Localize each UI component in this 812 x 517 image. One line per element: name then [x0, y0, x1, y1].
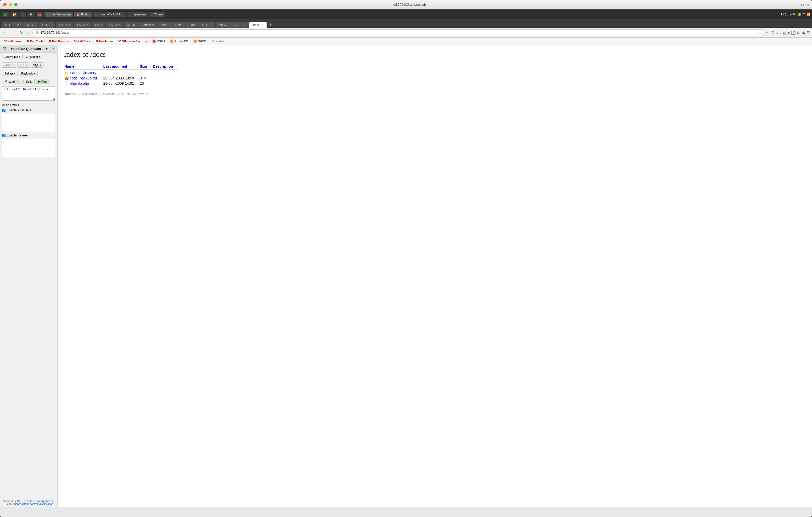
firefox-icon: 🦊 [38, 13, 41, 16]
split-button[interactable]: ⚡ Split [19, 79, 34, 84]
enable-post-label[interactable]: Enable Post Data [7, 109, 31, 112]
tab-ctf6-4[interactable]: CTF 6 - [124, 22, 140, 28]
extension1-icon[interactable]: ⚙ [796, 31, 800, 35]
load-button[interactable]: ⚙ Load [2, 79, 18, 84]
tab-ip4[interactable]: 172.16.7 [106, 22, 123, 28]
col-size[interactable]: Size [139, 64, 152, 70]
bookmark-kali-tools[interactable]: ⚒ Kali Tools [25, 39, 46, 43]
home-button[interactable]: ⌂ [26, 30, 31, 35]
hackbar-url-input[interactable] [2, 86, 55, 101]
col-name[interactable]: Name [64, 64, 103, 70]
code-backup-link[interactable]: code_backup.tgz [70, 76, 97, 80]
bookmark-exsites[interactable]: 📁 exsites [209, 39, 227, 43]
bookmark-msfu[interactable]: 🔴 MSFU [150, 39, 167, 43]
table-row: 📦 code_backup.tgz 29-Jun-2009 18:59 34K [64, 75, 178, 81]
bookmark-kali-forums[interactable]: ⚒ Kali Forums [47, 39, 71, 43]
enable-referer-checkbox[interactable] [2, 134, 5, 137]
post-data-input[interactable] [2, 114, 55, 132]
maximize-button[interactable] [14, 3, 18, 6]
firefox-tabbar: CTF 6 - × CTF 6 - CTF 6 - 172.16.7 172.1… [0, 19, 812, 28]
minimize-button[interactable] [9, 3, 12, 6]
tab-index-label: Index [253, 23, 260, 26]
other-button[interactable]: Other ▾ [2, 62, 16, 68]
taskbar-code-backup[interactable]: ■ code_backup.tgz [45, 12, 73, 17]
bookmark-star-icon[interactable]: ☆ [759, 31, 761, 34]
tab-netc2[interactable]: Netc... [172, 22, 187, 28]
page-title: Index of /docs [64, 50, 806, 59]
shield-icon[interactable]: 🛡 [771, 31, 774, 35]
referer-input[interactable] [2, 139, 55, 157]
reload-button[interactable]: ↻ [18, 30, 24, 36]
taskbar-thunar-task[interactable]: 🗂 [19, 12, 26, 17]
url-bar[interactable]: 🔒 172.16.70.141/docs/ ☆ [32, 29, 764, 36]
tab-ctf6-1-label: CTF 6 - [5, 23, 15, 26]
parent-dir-link[interactable]: Parent Directory [70, 71, 96, 75]
footer-dls-link[interactable]: DLS [17, 500, 22, 503]
payloads-button[interactable]: Payloads ▾ [19, 71, 37, 76]
bookmark-kali-docs[interactable]: ⚒ Kali Docs [72, 39, 93, 43]
xss-button[interactable]: XSS ▾ [17, 62, 30, 68]
hackbar-close-button[interactable]: × [53, 47, 55, 51]
col-modified[interactable]: Last modified [103, 64, 139, 70]
phpinfo-link[interactable]: phpinfo.php [70, 81, 89, 86]
close-button[interactable] [3, 3, 6, 6]
taskbar-firefox[interactable]: 🦊 [36, 12, 44, 17]
star-icon[interactable]: ☆ [775, 31, 779, 35]
tab-ip5[interactable]: 172.16.7 [231, 22, 249, 28]
col-description[interactable]: Description [152, 64, 178, 70]
enable-post-checkbox[interactable] [2, 109, 5, 112]
settings-icon[interactable]: ☰ [807, 31, 810, 35]
bookmark-ghdb[interactable]: 🟠 GHDB [191, 39, 208, 43]
new-tab-button[interactable]: + [267, 22, 274, 28]
footer-mxcx-link[interactable]: mxcx@fosec.vn [36, 500, 54, 503]
tab-ctf6-2[interactable]: CTF 6 - [23, 22, 38, 28]
minimize-icon[interactable]: ⊟ [801, 3, 804, 7]
expand-icon[interactable]: ⊞ [806, 3, 809, 7]
taskbar-qterminal[interactable]: ⬛ qterminal [127, 12, 148, 17]
encryption-button[interactable]: Encryption ▾ [2, 54, 23, 59]
tab-ip2[interactable]: 172.16.7 [74, 22, 91, 28]
sync-icon[interactable]: 🔄 [791, 31, 795, 35]
tab-netc1[interactable]: netc... [157, 22, 172, 28]
hackbar-actions: ⚙ Load ⚡ Split ▶ Run [0, 78, 57, 85]
run-button[interactable]: ▶ Run [36, 79, 50, 84]
hackbar-header: 🛡 HackBar Quantum ▾ × [0, 45, 57, 53]
tab-ip2-label: 172.16.7 [77, 23, 88, 26]
tab-ip3[interactable]: 172.4 [92, 22, 105, 28]
tab-index-close[interactable]: × [262, 24, 263, 26]
url-text: 172.16.70.141/docs/ [40, 31, 757, 34]
downloads-icon[interactable]: ↓ [780, 31, 782, 35]
autopwn-title[interactable]: Auto-Pwn ▾ [2, 103, 55, 107]
tab-ctf6-1-close[interactable]: × [17, 24, 19, 26]
sql-button[interactable]: SQL ▾ [31, 62, 44, 68]
pocket-icon[interactable]: ◈ [787, 31, 790, 35]
tab-ctf6-1[interactable]: CTF 6 - × [2, 22, 22, 28]
tab-http[interactable]: http://1 [215, 22, 231, 28]
bookmark-exploit-db[interactable]: 🟠 Exploit-DB [168, 39, 190, 43]
tab-apache[interactable]: Apache/ [140, 22, 157, 28]
taskbar-kali[interactable]: 🐉 [2, 12, 9, 17]
taskbar-cache[interactable]: ■ ~/.cache/.fr-lgrOPk... [93, 12, 126, 17]
back-button[interactable]: ← [2, 30, 9, 35]
bookmark-nethunter[interactable]: ⚒ NetHunter [94, 39, 115, 43]
taskbar-terminal[interactable]: 🖥 [27, 12, 34, 17]
extension2-icon[interactable]: 🔌 [801, 31, 806, 35]
sidebar-icon[interactable]: ▦ [783, 31, 786, 35]
tab-index[interactable]: Index × [249, 22, 267, 28]
menu-icon[interactable]: ⋯ [766, 31, 770, 35]
footer-github-link[interactable]: https://github.com/notdls/hackbar [14, 503, 53, 506]
taskbar-filemgr[interactable]: 📁 [10, 12, 18, 17]
bookmark-offensive[interactable]: ⚒ Offensive Security [116, 39, 149, 43]
tab-ctf6-5[interactable]: CTF 6 - [199, 22, 215, 28]
taskbar-firefox-active[interactable]: 🦊 Firefox [74, 12, 92, 17]
encoding-button[interactable]: Encoding ▾ [24, 54, 42, 59]
enable-referer-label[interactable]: Enable Referer [7, 133, 28, 137]
tab-ip1[interactable]: 172.16.7 [56, 22, 73, 28]
tab-the[interactable]: The [187, 22, 199, 28]
forward-button[interactable]: → [10, 30, 17, 35]
tab-ctf6-3[interactable]: CTF 6 - [39, 22, 55, 28]
bookmark-kali-linux[interactable]: ⚒ Kali Linux [2, 39, 24, 43]
strings-button[interactable]: Strings ▾ [2, 71, 18, 76]
run-label: Run [41, 80, 47, 83]
taskbar-thunar[interactable]: ■ Thunar [149, 12, 166, 17]
